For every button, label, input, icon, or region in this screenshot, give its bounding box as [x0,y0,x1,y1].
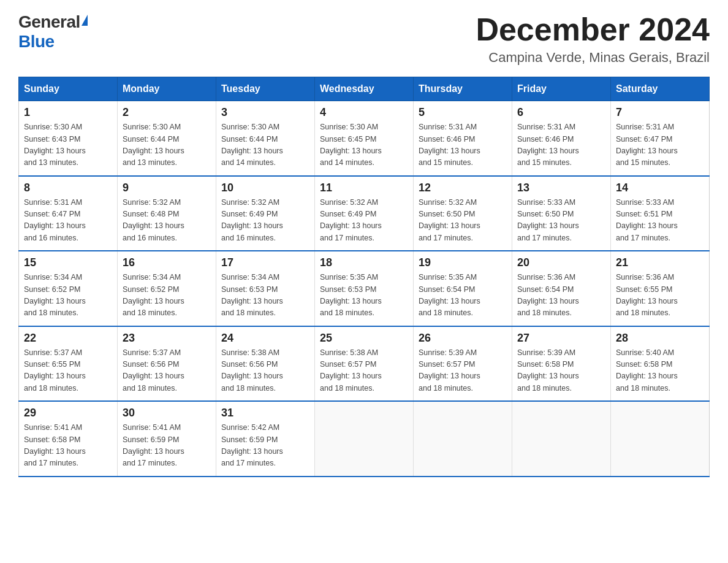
day-info: Sunrise: 5:36 AMSunset: 6:55 PMDaylight:… [616,272,704,320]
day-number: 29 [24,407,112,419]
calendar-cell: 13Sunrise: 5:33 AMSunset: 6:50 PMDayligh… [512,176,611,251]
day-info: Sunrise: 5:31 AMSunset: 6:47 PMDaylight:… [616,121,704,169]
calendar-cell: 20Sunrise: 5:36 AMSunset: 6:54 PMDayligh… [512,251,611,326]
day-number: 23 [123,332,211,345]
calendar-cell: 18Sunrise: 5:35 AMSunset: 6:53 PMDayligh… [315,251,414,326]
day-number: 18 [320,256,408,269]
calendar-week-row: 8Sunrise: 5:31 AMSunset: 6:47 PMDaylight… [19,176,710,251]
calendar-cell: 26Sunrise: 5:39 AMSunset: 6:57 PMDayligh… [414,326,512,402]
logo: General Blue [18,12,88,52]
calendar-week-row: 29Sunrise: 5:41 AMSunset: 6:58 PMDayligh… [19,401,710,477]
day-number: 30 [123,407,211,419]
calendar-cell: 11Sunrise: 5:32 AMSunset: 6:49 PMDayligh… [315,176,414,251]
col-header-sunday: Sunday [19,77,118,101]
day-info: Sunrise: 5:39 AMSunset: 6:58 PMDaylight:… [517,347,605,395]
calendar-cell: 7Sunrise: 5:31 AMSunset: 6:47 PMDaylight… [611,101,710,176]
day-number: 11 [320,182,408,194]
calendar-week-row: 15Sunrise: 5:34 AMSunset: 6:52 PMDayligh… [19,251,710,326]
day-info: Sunrise: 5:32 AMSunset: 6:50 PMDaylight:… [419,197,507,245]
calendar-cell: 28Sunrise: 5:40 AMSunset: 6:58 PMDayligh… [611,326,710,402]
title-section: December 2024 Campina Verde, Minas Gerai… [476,12,710,66]
calendar-cell: 19Sunrise: 5:35 AMSunset: 6:54 PMDayligh… [414,251,512,326]
calendar-cell: 2Sunrise: 5:30 AMSunset: 6:44 PMDaylight… [118,101,216,176]
calendar-header-row: SundayMondayTuesdayWednesdayThursdayFrid… [19,77,710,101]
day-number: 8 [24,182,112,194]
calendar-cell: 31Sunrise: 5:42 AMSunset: 6:59 PMDayligh… [216,401,315,477]
day-info: Sunrise: 5:36 AMSunset: 6:54 PMDaylight:… [517,272,605,320]
calendar-cell: 27Sunrise: 5:39 AMSunset: 6:58 PMDayligh… [512,326,611,402]
day-number: 6 [517,106,605,119]
day-info: Sunrise: 5:42 AMSunset: 6:59 PMDaylight:… [221,422,309,470]
col-header-tuesday: Tuesday [216,77,315,101]
logo-triangle-icon [82,15,88,26]
day-info: Sunrise: 5:38 AMSunset: 6:57 PMDaylight:… [320,347,408,395]
day-number: 1 [24,106,112,119]
calendar-cell: 4Sunrise: 5:30 AMSunset: 6:45 PMDaylight… [315,101,414,176]
day-number: 10 [221,182,309,194]
day-number: 2 [123,106,211,119]
day-info: Sunrise: 5:32 AMSunset: 6:49 PMDaylight:… [221,197,309,245]
day-info: Sunrise: 5:31 AMSunset: 6:46 PMDaylight:… [517,121,605,169]
day-info: Sunrise: 5:34 AMSunset: 6:52 PMDaylight:… [24,272,112,320]
month-title: December 2024 [476,12,710,47]
day-info: Sunrise: 5:34 AMSunset: 6:52 PMDaylight:… [123,272,211,320]
col-header-thursday: Thursday [414,77,512,101]
day-info: Sunrise: 5:37 AMSunset: 6:55 PMDaylight:… [24,347,112,395]
day-info: Sunrise: 5:30 AMSunset: 6:45 PMDaylight:… [320,121,408,169]
day-info: Sunrise: 5:30 AMSunset: 6:44 PMDaylight:… [221,121,309,169]
day-number: 19 [419,256,507,269]
day-number: 14 [616,182,704,194]
day-number: 27 [517,332,605,345]
day-number: 7 [616,106,704,119]
location-title: Campina Verde, Minas Gerais, Brazil [476,50,710,66]
day-info: Sunrise: 5:37 AMSunset: 6:56 PMDaylight:… [123,347,211,395]
calendar-cell: 29Sunrise: 5:41 AMSunset: 6:58 PMDayligh… [19,401,118,477]
calendar-table: SundayMondayTuesdayWednesdayThursdayFrid… [18,77,710,477]
col-header-wednesday: Wednesday [315,77,414,101]
day-info: Sunrise: 5:31 AMSunset: 6:47 PMDaylight:… [24,197,112,245]
day-number: 15 [24,256,112,269]
day-info: Sunrise: 5:32 AMSunset: 6:49 PMDaylight:… [320,197,408,245]
day-number: 21 [616,256,704,269]
day-info: Sunrise: 5:41 AMSunset: 6:59 PMDaylight:… [123,422,211,470]
col-header-monday: Monday [118,77,216,101]
calendar-week-row: 1Sunrise: 5:30 AMSunset: 6:43 PMDaylight… [19,101,710,176]
day-number: 17 [221,256,309,269]
day-info: Sunrise: 5:39 AMSunset: 6:57 PMDaylight:… [419,347,507,395]
day-number: 16 [123,256,211,269]
day-info: Sunrise: 5:31 AMSunset: 6:46 PMDaylight:… [419,121,507,169]
calendar-cell [315,401,414,477]
day-info: Sunrise: 5:32 AMSunset: 6:48 PMDaylight:… [123,197,211,245]
day-number: 13 [517,182,605,194]
calendar-cell: 16Sunrise: 5:34 AMSunset: 6:52 PMDayligh… [118,251,216,326]
calendar-cell: 24Sunrise: 5:38 AMSunset: 6:56 PMDayligh… [216,326,315,402]
calendar-cell [414,401,512,477]
day-info: Sunrise: 5:38 AMSunset: 6:56 PMDaylight:… [221,347,309,395]
page-header: General Blue December 2024 Campina Verde… [18,12,710,66]
day-info: Sunrise: 5:41 AMSunset: 6:58 PMDaylight:… [24,422,112,470]
calendar-week-row: 22Sunrise: 5:37 AMSunset: 6:55 PMDayligh… [19,326,710,402]
calendar-cell: 6Sunrise: 5:31 AMSunset: 6:46 PMDaylight… [512,101,611,176]
calendar-cell [611,401,710,477]
day-number: 4 [320,106,408,119]
calendar-cell: 8Sunrise: 5:31 AMSunset: 6:47 PMDaylight… [19,176,118,251]
calendar-cell: 14Sunrise: 5:33 AMSunset: 6:51 PMDayligh… [611,176,710,251]
day-number: 24 [221,332,309,345]
calendar-cell: 10Sunrise: 5:32 AMSunset: 6:49 PMDayligh… [216,176,315,251]
col-header-friday: Friday [512,77,611,101]
day-number: 20 [517,256,605,269]
day-info: Sunrise: 5:35 AMSunset: 6:53 PMDaylight:… [320,272,408,320]
calendar-cell: 21Sunrise: 5:36 AMSunset: 6:55 PMDayligh… [611,251,710,326]
calendar-cell: 22Sunrise: 5:37 AMSunset: 6:55 PMDayligh… [19,326,118,402]
day-info: Sunrise: 5:34 AMSunset: 6:53 PMDaylight:… [221,272,309,320]
day-number: 9 [123,182,211,194]
day-number: 31 [221,407,309,419]
calendar-cell: 9Sunrise: 5:32 AMSunset: 6:48 PMDaylight… [118,176,216,251]
calendar-cell: 12Sunrise: 5:32 AMSunset: 6:50 PMDayligh… [414,176,512,251]
day-info: Sunrise: 5:30 AMSunset: 6:43 PMDaylight:… [24,121,112,169]
col-header-saturday: Saturday [611,77,710,101]
calendar-cell: 23Sunrise: 5:37 AMSunset: 6:56 PMDayligh… [118,326,216,402]
calendar-cell: 25Sunrise: 5:38 AMSunset: 6:57 PMDayligh… [315,326,414,402]
day-info: Sunrise: 5:33 AMSunset: 6:50 PMDaylight:… [517,197,605,245]
day-info: Sunrise: 5:40 AMSunset: 6:58 PMDaylight:… [616,347,704,395]
